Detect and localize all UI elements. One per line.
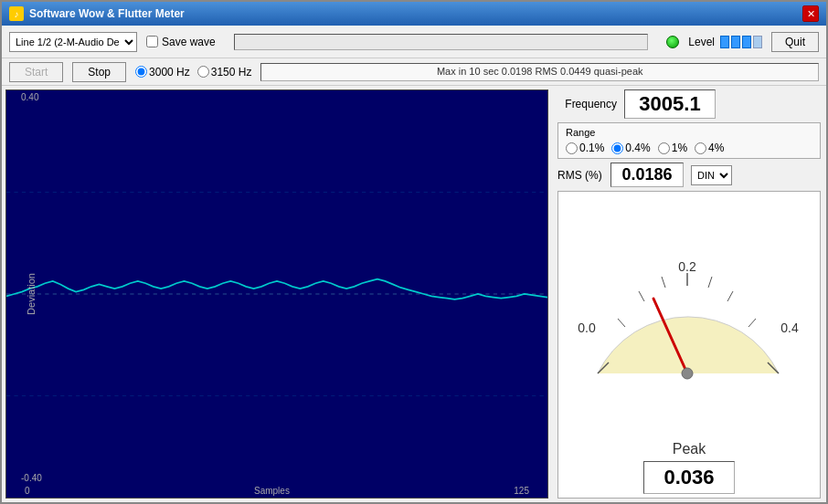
chart-area: 0.40 -0.40 Deviation 0 Samples 125: [5, 89, 548, 499]
input-select[interactable]: Line 1/2 (2-M-Audio De: [9, 32, 137, 52]
app-icon: ♪: [9, 6, 24, 21]
level-bar-4: [753, 36, 762, 48]
range-4-text: 4%: [708, 142, 724, 154]
radio-3000-label[interactable]: 3000 Hz: [135, 66, 190, 79]
range-1-text: 1%: [672, 142, 687, 154]
peak-value: 0.036: [643, 461, 735, 494]
range-1-radio[interactable]: [658, 142, 670, 154]
quit-button[interactable]: Quit: [771, 32, 819, 52]
save-wave-label: Save wave: [162, 36, 216, 48]
radio-3000[interactable]: [135, 66, 147, 78]
y-bottom-label: -0.40: [21, 473, 42, 483]
range-radios: 0.1% 0.4% 1% 4%: [566, 142, 812, 154]
range-01[interactable]: 0.1%: [566, 142, 604, 154]
x-end-label: 125: [514, 486, 529, 496]
svg-line-8: [662, 277, 665, 288]
range-01-radio[interactable]: [566, 142, 578, 154]
controls-row: Start Stop 3000 Hz 3150 Hz Max in 10 sec…: [2, 58, 826, 86]
meter-svg-container: 0.0 0.2 0.4: [562, 199, 816, 437]
range-4-radio[interactable]: [695, 142, 706, 154]
meter-svg: 0.0 0.2 0.4: [570, 246, 808, 392]
main-window: ♪ Software Wow & Flutter Meter ✕ Line 1/…: [0, 0, 828, 504]
rms-row: RMS (%) 0.0186 DIN: [557, 163, 821, 187]
save-wave-checkbox-label[interactable]: Save wave: [146, 36, 216, 48]
radio-3150[interactable]: [197, 66, 209, 78]
scale-label-00: 0.0: [578, 320, 596, 335]
frequency-radio-group: 3000 Hz 3150 Hz: [135, 66, 251, 79]
chart-svg: [6, 90, 547, 498]
progress-bar: [234, 34, 649, 50]
level-bar-3: [742, 36, 751, 48]
svg-line-7: [639, 291, 644, 301]
frequency-label: Frequency: [557, 98, 617, 110]
range-section: Range 0.1% 0.4% 1%: [557, 122, 821, 159]
window-title: Software Wow & Flutter Meter: [29, 7, 185, 20]
svg-line-9: [708, 277, 712, 288]
level-section: Level: [688, 36, 762, 48]
radio-3150-label[interactable]: 3150 Hz: [197, 66, 252, 79]
radio-3000-text: 3000 Hz: [149, 66, 190, 79]
range-01-text: 0.1%: [579, 142, 604, 154]
close-button[interactable]: ✕: [802, 5, 819, 22]
rms-value: 0.0186: [610, 163, 684, 187]
level-label: Level: [688, 36, 715, 48]
x-center-label: Samples: [254, 486, 290, 496]
svg-line-10: [727, 291, 733, 301]
range-04-text: 0.4%: [625, 142, 650, 154]
status-text: Max in 10 sec 0.0198 RMS 0.0449 quasi-pe…: [260, 63, 819, 81]
save-wave-checkbox[interactable]: [146, 36, 158, 47]
meter-section: 0.0 0.2 0.4: [557, 191, 821, 499]
titlebar-left: ♪ Software Wow & Flutter Meter: [9, 6, 185, 21]
peak-label: Peak: [673, 441, 706, 457]
range-4[interactable]: 4%: [695, 142, 724, 154]
x-axis-labels: 0 Samples 125: [6, 484, 547, 498]
frequency-value: 3005.1: [624, 89, 716, 119]
led-indicator: [666, 36, 679, 48]
start-button[interactable]: Start: [9, 62, 63, 82]
toolbar: Line 1/2 (2-M-Audio De Save wave Level Q…: [2, 26, 826, 58]
scale-label-04: 0.4: [780, 320, 799, 335]
radio-3150-text: 3150 Hz: [211, 66, 252, 79]
y-axis-label: Deviation: [26, 273, 37, 315]
range-04-radio[interactable]: [611, 142, 623, 154]
level-bars: [720, 36, 762, 48]
rms-label: RMS (%): [557, 169, 603, 182]
din-select[interactable]: DIN: [691, 165, 732, 185]
titlebar: ♪ Software Wow & Flutter Meter ✕: [2, 2, 826, 26]
stop-button[interactable]: Stop: [72, 62, 126, 82]
level-bar-2: [731, 36, 740, 48]
svg-line-11: [748, 319, 756, 327]
range-1[interactable]: 1%: [658, 142, 687, 154]
chart-inner: 0.40 -0.40 Deviation 0 Samples 125: [5, 89, 548, 499]
range-04[interactable]: 0.4%: [611, 142, 650, 154]
scale-label-02: 0.2: [678, 259, 696, 274]
x-start-label: 0: [25, 486, 30, 496]
level-bar-1: [720, 36, 729, 48]
frequency-row: Frequency 3005.1: [557, 89, 821, 119]
y-top-label: 0.40: [21, 92, 38, 102]
needle-pivot: [682, 368, 693, 379]
main-content: 0.40 -0.40 Deviation 0 Samples 125: [2, 86, 826, 502]
range-title: Range: [566, 127, 812, 138]
right-panel: Frequency 3005.1 Range 0.1% 0.4%: [552, 86, 826, 502]
svg-line-6: [618, 319, 625, 327]
